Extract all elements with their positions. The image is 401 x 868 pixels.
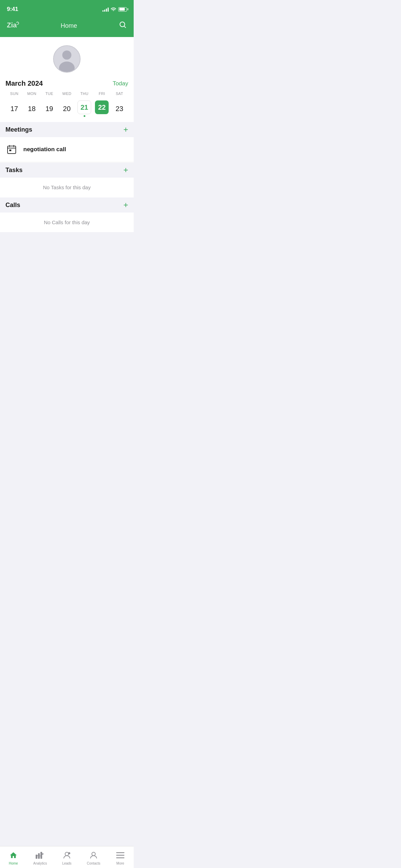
calls-empty-text: No Calls for this day <box>44 219 90 225</box>
meeting-icon <box>5 143 18 156</box>
day-number-21: 21 <box>77 100 91 114</box>
day-header-thu: THU <box>76 92 93 96</box>
calls-empty-state: No Calls for this day <box>0 213 134 232</box>
main-content: March 2024 Today SUN MON TUE WED THU FRI… <box>0 37 134 232</box>
search-button[interactable] <box>119 21 127 31</box>
day-number-22: 22 <box>95 100 109 114</box>
day-header-mon: MON <box>23 92 40 96</box>
wifi-icon <box>111 7 116 12</box>
svg-text:Zia: Zia <box>7 21 17 29</box>
app-logo: Zia <box>7 20 19 32</box>
calendar-month: March 2024 <box>5 80 43 87</box>
tasks-title: Tasks <box>5 167 23 174</box>
add-call-button[interactable]: + <box>123 201 128 209</box>
svg-point-3 <box>62 50 72 60</box>
avatar <box>53 45 81 73</box>
meetings-section-header: Meetings + <box>0 122 134 137</box>
add-meeting-button[interactable]: + <box>123 125 128 134</box>
header-title: Home <box>61 22 77 29</box>
day-number-23: 23 <box>112 102 126 116</box>
day-number-17: 17 <box>8 102 21 116</box>
calendar-week: 17 18 19 20 21 <box>5 98 128 119</box>
day-header-wed: WED <box>58 92 75 96</box>
calls-section-header: Calls + <box>0 197 134 213</box>
calls-title: Calls <box>5 202 20 209</box>
meeting-name: negotiation call <box>23 146 66 153</box>
tasks-section-header: Tasks + <box>0 162 134 178</box>
avatar-section <box>0 37 134 78</box>
day-dot-21 <box>84 115 85 117</box>
calendar-day-23[interactable]: 23 <box>111 100 128 118</box>
status-bar: 9:41 <box>0 0 134 17</box>
signal-icon <box>102 7 109 12</box>
day-header-sat: SAT <box>111 92 128 96</box>
status-icons <box>102 7 127 12</box>
svg-point-1 <box>120 22 125 27</box>
battery-icon <box>118 7 127 12</box>
day-header-fri: FRI <box>93 92 111 96</box>
calendar-day-17[interactable]: 17 <box>5 100 23 118</box>
meeting-item[interactable]: negotiation call <box>0 137 134 162</box>
day-number-19: 19 <box>42 102 56 116</box>
svg-rect-6 <box>9 149 11 151</box>
calendar-day-20[interactable]: 20 <box>58 100 75 118</box>
calendar-day-22[interactable]: 22 <box>93 98 111 119</box>
day-dot-22 <box>101 115 103 117</box>
status-time: 9:41 <box>7 6 18 13</box>
calendar-section: March 2024 Today SUN MON TUE WED THU FRI… <box>0 78 134 122</box>
tasks-empty-text: No Tasks for this day <box>43 184 91 190</box>
svg-rect-5 <box>8 146 16 154</box>
day-number-20: 20 <box>60 102 74 116</box>
calendar-day-21[interactable]: 21 <box>76 98 93 119</box>
tasks-empty-state: No Tasks for this day <box>0 178 134 197</box>
calendar-days-header: SUN MON TUE WED THU FRI SAT <box>5 92 128 96</box>
calendar-day-18[interactable]: 18 <box>23 100 40 118</box>
calendar-header: March 2024 Today <box>5 78 128 92</box>
meetings-title: Meetings <box>5 126 32 133</box>
day-header-tue: TUE <box>40 92 58 96</box>
gray-area <box>0 232 134 301</box>
day-header-sun: SUN <box>5 92 23 96</box>
app-header: Zia Home <box>0 17 134 37</box>
add-task-button[interactable]: + <box>123 166 128 174</box>
calendar-day-19[interactable]: 19 <box>40 100 58 118</box>
day-number-18: 18 <box>25 102 39 116</box>
today-button[interactable]: Today <box>113 80 128 87</box>
